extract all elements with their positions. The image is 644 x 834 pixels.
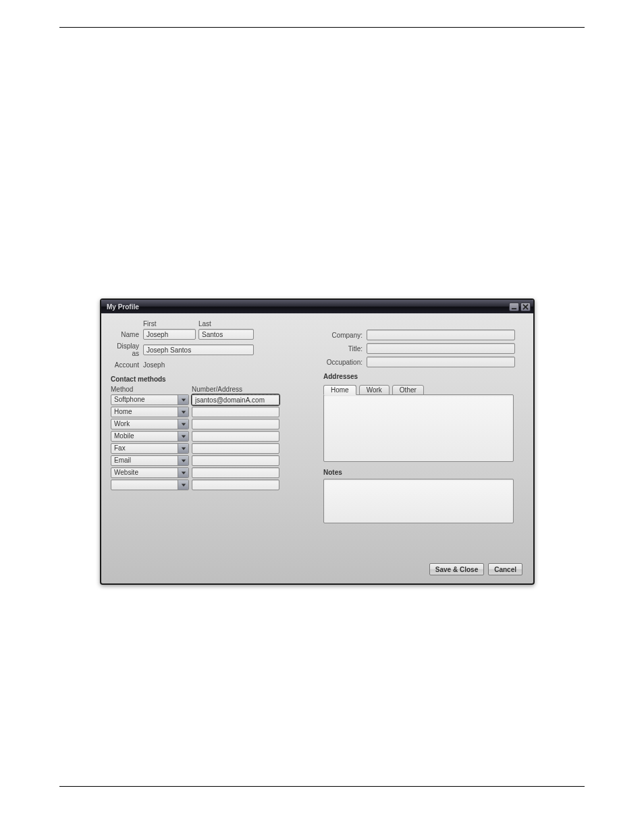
first-name-header: First: [143, 320, 198, 328]
addresses-title: Addresses: [323, 373, 524, 380]
method-select-text: Work: [111, 419, 178, 429]
contact-row-mobile: Mobile: [111, 431, 311, 442]
titlebar: My Profile: [101, 300, 533, 313]
title-label: Title:: [323, 345, 367, 353]
svg-marker-5: [181, 423, 185, 425]
contact-row-fax: Fax: [111, 443, 311, 454]
display-as-label: Display as: [111, 342, 143, 357]
company-field[interactable]: [367, 330, 515, 340]
tab-home[interactable]: Home: [323, 385, 356, 395]
svg-marker-8: [181, 459, 185, 462]
method-select-text: Fax: [111, 444, 178, 453]
contact-row-work: Work: [111, 419, 311, 429]
method-select[interactable]: Email: [111, 455, 189, 466]
dropdown-arrow[interactable]: [178, 456, 188, 465]
number-address-header: Number/Address: [192, 386, 242, 393]
chevron-down-icon: [181, 446, 186, 451]
notes-panel[interactable]: [323, 479, 514, 523]
address-tabs: Home Work Other: [323, 384, 524, 394]
chevron-down-icon: [181, 470, 186, 475]
contact-row-softphone: Softphone: [111, 394, 311, 405]
method-select-text: Home: [111, 407, 178, 417]
contact-address-field[interactable]: [192, 467, 279, 478]
method-select[interactable]: Website: [111, 467, 189, 478]
chevron-down-icon: [181, 482, 186, 488]
contact-row-home: Home: [111, 407, 311, 417]
contact-address-field[interactable]: [192, 419, 279, 429]
svg-marker-7: [181, 447, 185, 450]
minimize-icon: [511, 304, 517, 310]
close-icon: [522, 304, 529, 310]
title-field[interactable]: [367, 343, 515, 354]
tab-other[interactable]: Other: [392, 385, 424, 395]
dropdown-arrow[interactable]: [178, 432, 188, 441]
contact-address-field[interactable]: [192, 394, 279, 405]
company-label: Company:: [323, 332, 367, 339]
method-select[interactable]: Home: [111, 407, 189, 417]
contact-row-website: Website: [111, 467, 311, 478]
method-select[interactable]: [111, 479, 189, 490]
tab-work[interactable]: Work: [359, 385, 390, 395]
method-select-text: Softphone: [111, 395, 178, 405]
method-select[interactable]: Work: [111, 419, 189, 429]
method-header: Method: [111, 386, 192, 393]
dialog-body: First Last Name Display as Account Josep…: [101, 313, 533, 583]
contact-row-email: Email: [111, 455, 311, 466]
contact-address-field[interactable]: [192, 407, 279, 417]
name-label: Name: [111, 331, 143, 338]
occupation-label: Occupation:: [323, 359, 367, 366]
window-title: My Profile: [107, 303, 139, 311]
svg-marker-9: [181, 471, 185, 474]
left-column: First Last Name Display as Account Josep…: [111, 320, 311, 577]
contact-address-field[interactable]: [192, 443, 279, 454]
svg-marker-10: [181, 484, 185, 486]
chevron-down-icon: [181, 458, 186, 463]
method-select-text: [111, 480, 178, 490]
dropdown-arrow[interactable]: [178, 444, 188, 453]
display-as-field[interactable]: [143, 344, 254, 355]
method-select-text: Email: [111, 456, 178, 465]
method-select[interactable]: Fax: [111, 443, 189, 454]
contact-address-field[interactable]: [192, 431, 279, 442]
chevron-down-icon: [181, 397, 186, 402]
method-select[interactable]: Softphone: [111, 394, 189, 405]
minimize-button[interactable]: [509, 303, 519, 311]
method-select[interactable]: Mobile: [111, 431, 189, 442]
method-select-text: Mobile: [111, 432, 178, 441]
svg-marker-3: [181, 398, 185, 401]
svg-marker-4: [181, 411, 185, 413]
account-value: Joseph: [143, 361, 165, 369]
footer-buttons: Save & Close Cancel: [429, 563, 522, 575]
dropdown-arrow[interactable]: [178, 480, 188, 490]
right-column: Company: Title: Occupation: Addresses Ho…: [323, 320, 524, 577]
method-select-text: Website: [111, 468, 178, 477]
cancel-button[interactable]: Cancel: [488, 563, 522, 575]
dropdown-arrow[interactable]: [178, 407, 188, 417]
svg-rect-0: [512, 308, 516, 309]
page-footer-rule: [59, 786, 585, 787]
last-name-header: Last: [198, 320, 254, 328]
last-name-field[interactable]: [198, 329, 254, 340]
contact-address-field[interactable]: [192, 455, 279, 466]
save-close-button[interactable]: Save & Close: [429, 563, 484, 575]
notes-title: Notes: [323, 469, 524, 476]
page-header-rule: [59, 27, 585, 28]
account-label: Account: [111, 361, 143, 369]
chevron-down-icon: [181, 434, 186, 439]
contact-row-empty: [111, 479, 311, 490]
address-panel[interactable]: [323, 394, 514, 462]
close-button[interactable]: [520, 303, 531, 311]
first-name-field[interactable]: [143, 329, 196, 340]
dropdown-arrow[interactable]: [178, 395, 188, 405]
window-controls: [509, 303, 531, 311]
chevron-down-icon: [181, 421, 186, 427]
contact-address-field[interactable]: [192, 479, 279, 490]
profile-dialog: My Profile First Last Name: [100, 298, 535, 585]
dropdown-arrow[interactable]: [178, 419, 188, 429]
contact-methods-title: Contact methods: [111, 375, 311, 383]
dropdown-arrow[interactable]: [178, 468, 188, 477]
svg-marker-6: [181, 435, 185, 438]
chevron-down-icon: [181, 409, 186, 415]
occupation-field[interactable]: [367, 357, 515, 367]
